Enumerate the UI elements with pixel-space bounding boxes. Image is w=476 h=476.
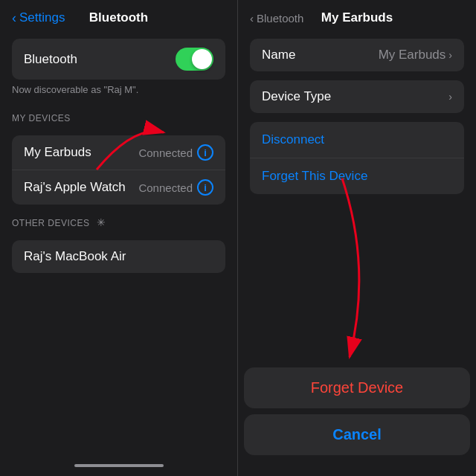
name-value-container: My Earbuds › [379, 48, 452, 62]
apple-watch-status: Connected i [138, 179, 213, 196]
bluetooth-toggle[interactable] [176, 48, 213, 71]
disconnect-row[interactable]: Disconnect [250, 122, 464, 158]
cancel-sheet: Cancel [244, 414, 470, 455]
action-group: Disconnect Forget This Device [250, 122, 464, 194]
left-panel: ‹ Settings Bluetooth Bluetooth Now disco… [0, 0, 238, 476]
bluetooth-back-label: Bluetooth [257, 12, 303, 25]
back-chevron-icon: ‹ [12, 11, 16, 25]
bluetooth-label: Bluetooth [24, 52, 77, 67]
my-devices-header: MY DEVICES [0, 101, 237, 128]
earbuds-status: Connected i [138, 144, 213, 161]
forget-device-label: Forget Device [311, 379, 404, 396]
device-row-earbuds[interactable]: My Earbuds Connected i [12, 135, 225, 170]
settings-back-button[interactable]: ‹ Settings [12, 10, 65, 25]
right-nav-title: My Earbuds [321, 10, 393, 25]
device-row-macbook[interactable]: Raj's MacBook Air [12, 240, 225, 273]
device-type-label: Device Type [262, 89, 331, 104]
left-content: Bluetooth Now discoverable as "Raj M". M… [0, 31, 237, 458]
bluetooth-toggle-row[interactable]: Bluetooth [12, 39, 225, 80]
cancel-label: Cancel [332, 426, 382, 443]
apple-watch-info-icon[interactable]: i [197, 179, 213, 196]
other-devices-group: Raj's MacBook Air [12, 240, 225, 273]
left-nav-title: Bluetooth [89, 10, 148, 25]
name-value: My Earbuds [379, 48, 446, 62]
left-home-indicator [74, 464, 164, 467]
earbuds-info-icon[interactable]: i [197, 144, 213, 161]
bluetooth-toggle-group: Bluetooth [12, 39, 225, 80]
name-chevron-icon: › [448, 49, 452, 61]
device-type-row[interactable]: Device Type › [250, 80, 464, 113]
right-nav-bar: ‹ Bluetooth My Earbuds [238, 0, 476, 31]
macbook-name: Raj's MacBook Air [24, 249, 126, 264]
my-devices-group: My Earbuds Connected i Raj's Apple Watch… [12, 135, 225, 205]
cancel-button[interactable]: Cancel [244, 414, 470, 455]
disconnect-label: Disconnect [262, 132, 324, 147]
device-type-chevron-icon: › [448, 91, 452, 103]
forget-device-sheet: Forget Device [244, 367, 470, 408]
name-label: Name [262, 48, 295, 62]
discoverable-text: Now discoverable as "Raj M". [0, 80, 237, 101]
loading-spinner-icon: ✳ [97, 216, 106, 228]
toggle-knob [192, 49, 212, 69]
other-devices-label: OTHER DEVICES [12, 218, 90, 228]
earbuds-connected-text: Connected [138, 147, 193, 159]
earbuds-name: My Earbuds [24, 145, 91, 160]
bluetooth-back-button[interactable]: ‹ Bluetooth [250, 12, 303, 25]
name-row[interactable]: Name My Earbuds › [250, 39, 464, 71]
device-row-apple-watch[interactable]: Raj's Apple Watch Connected i [12, 170, 225, 205]
forget-device-row[interactable]: Forget This Device [250, 158, 464, 194]
device-type-value-container: › [448, 91, 452, 103]
right-panel: ‹ Bluetooth My Earbuds Name My Earbuds › [238, 0, 476, 476]
apple-watch-name: Raj's Apple Watch [24, 180, 126, 195]
other-devices-header: OTHER DEVICES ✳ [0, 205, 237, 233]
left-nav-bar: ‹ Settings Bluetooth [0, 0, 237, 31]
apple-watch-connected-text: Connected [138, 181, 193, 194]
bottom-sheet: Forget Device Cancel [238, 367, 476, 476]
settings-back-label: Settings [19, 10, 65, 25]
name-group: Name My Earbuds › [250, 39, 464, 71]
forget-label: Forget This Device [262, 169, 367, 184]
right-back-chevron-icon: ‹ [250, 12, 254, 25]
device-type-group: Device Type › [250, 80, 464, 113]
forget-device-button[interactable]: Forget Device [244, 367, 470, 408]
